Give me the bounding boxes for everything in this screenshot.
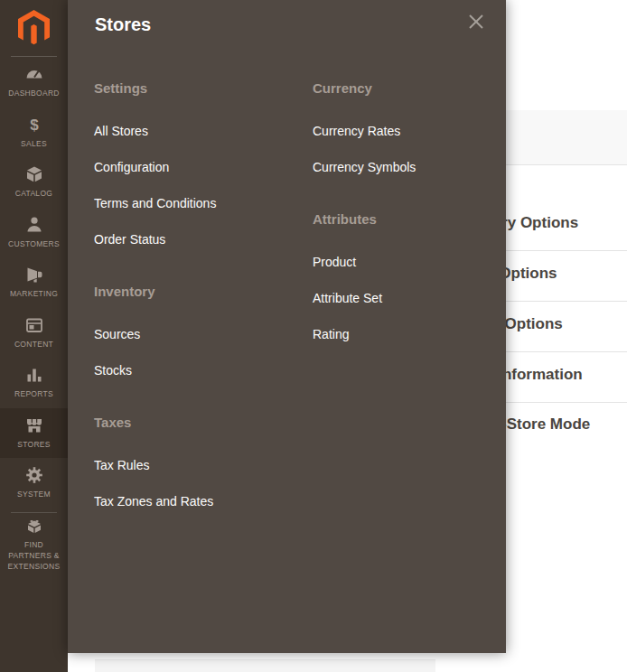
extensions-icon [25, 517, 43, 535]
magento-logo-icon [18, 10, 50, 47]
menu-item-tax-zones-and-rates[interactable]: Tax Zones and Rates [94, 494, 313, 509]
sidebar-item-label: CATALOG [15, 188, 52, 199]
close-icon[interactable] [468, 14, 484, 30]
page-bottom-panel [95, 659, 435, 672]
sidebar-item-label: STORES [17, 439, 51, 450]
menu-section-inventory: Inventory Sources Stocks [94, 284, 313, 378]
menu-item-attribute-set[interactable]: Attribute Set [313, 291, 506, 306]
menu-item-tax-rules[interactable]: Tax Rules [94, 458, 313, 473]
admin-sidebar: DASHBOARD $ SALES CATALOG CUSTOMERS MARK… [0, 0, 68, 672]
menu-item-all-stores[interactable]: All Stores [94, 124, 313, 139]
section-title: Taxes [94, 415, 313, 431]
customers-icon [25, 216, 43, 234]
sidebar-item-content[interactable]: CONTENT [0, 308, 68, 359]
sidebar-item-label: DASHBOARD [8, 88, 60, 98]
sidebar-item-stores[interactable]: STORES [0, 408, 68, 459]
menu-item-currency-rates[interactable]: Currency Rates [313, 124, 506, 139]
menu-item-configuration[interactable]: Configuration [94, 160, 313, 175]
section-title: Inventory [94, 284, 313, 300]
marketing-icon [25, 266, 43, 284]
content-icon [25, 316, 43, 334]
menu-item-sources[interactable]: Sources [94, 327, 313, 342]
stores-flyout-menu: Stores Settings All Stores Configuration… [68, 0, 506, 653]
menu-item-order-status[interactable]: Order Status [94, 232, 313, 247]
sidebar-item-system[interactable]: SYSTEM [0, 458, 68, 509]
catalog-icon [25, 165, 43, 183]
magento-logo[interactable] [0, 0, 68, 57]
flyout-columns: Settings All Stores Configuration Terms … [68, 35, 506, 546]
dashboard-icon [25, 65, 43, 83]
sidebar-item-dashboard[interactable]: DASHBOARD [0, 57, 68, 107]
menu-item-rating[interactable]: Rating [313, 327, 506, 342]
menu-item-currency-symbols[interactable]: Currency Symbols [313, 160, 506, 175]
sidebar-item-reports[interactable]: REPORTS [0, 358, 68, 408]
section-title: Settings [94, 80, 313, 97]
menu-section-attributes: Attributes Product Attribute Set Rating [313, 211, 506, 342]
sidebar-item-marketing[interactable]: MARKETING [0, 257, 68, 308]
sidebar-item-catalog[interactable]: CATALOG [0, 157, 68, 208]
section-title: Currency [313, 80, 506, 97]
menu-item-product[interactable]: Product [313, 255, 506, 270]
flyout-header: Stores [68, 0, 506, 35]
flyout-column-2: Currency Currency Rates Currency Symbols… [313, 80, 506, 546]
sidebar-divider [11, 512, 57, 513]
flyout-title: Stores [95, 14, 484, 35]
reports-icon [25, 366, 43, 384]
sidebar-item-label: CUSTOMERS [8, 238, 60, 249]
menu-section-taxes: Taxes Tax Rules Tax Zones and Rates [94, 415, 313, 509]
sidebar-item-label: SALES [21, 138, 47, 149]
sidebar-item-customers[interactable]: CUSTOMERS [0, 208, 68, 258]
sidebar-item-label: MARKETING [10, 288, 58, 299]
sidebar-item-sales[interactable]: $ SALES [0, 107, 68, 158]
menu-item-stocks[interactable]: Stocks [94, 363, 313, 378]
sidebar-item-label: CONTENT [14, 339, 53, 350]
system-icon [25, 466, 43, 484]
menu-section-currency: Currency Currency Rates Currency Symbols [313, 80, 506, 175]
section-title: Attributes [313, 211, 506, 228]
sidebar-item-label: REPORTS [14, 388, 53, 399]
sales-icon: $ [25, 116, 43, 134]
sidebar-item-label: SYSTEM [17, 489, 51, 499]
flyout-column-1: Settings All Stores Configuration Terms … [94, 80, 313, 546]
stores-icon [25, 416, 43, 434]
svg-text:$: $ [30, 116, 39, 133]
menu-item-terms-and-conditions[interactable]: Terms and Conditions [94, 196, 313, 211]
sidebar-item-find-partners-extensions[interactable]: FIND PARTNERS & EXTENSIONS [0, 516, 68, 574]
menu-section-settings: Settings All Stores Configuration Terms … [94, 80, 313, 247]
sidebar-item-label: FIND PARTNERS & EXTENSIONS [5, 539, 64, 573]
